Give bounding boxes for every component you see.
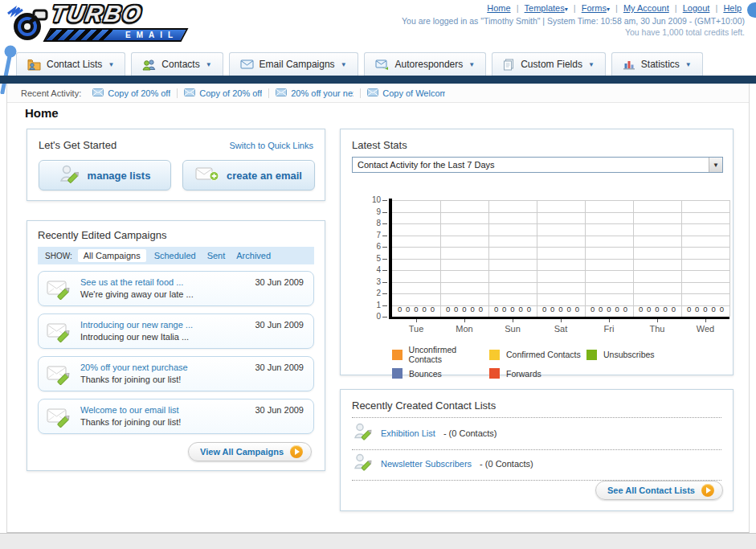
stats-period-select[interactable]: Contact Activity for the Last 7 Days ▼ [352,157,723,173]
campaign-date: 30 Jun 2009 [255,277,304,287]
campaign-title-link[interactable]: 20% off your next purchase [80,363,188,372]
tab-label: Contacts [161,59,199,70]
recent-activity-items: Copy of 20% off yoCopy of 20% off yo20% … [92,88,458,98]
chevron-down-icon: ▼ [108,61,114,68]
tab-email-campaigns[interactable]: Email Campaigns▼ [229,52,358,76]
contact-lists-panel: Recently Created Contact Lists Exhibitio… [340,389,734,511]
gridline [392,212,729,213]
header-link-logout[interactable]: Logout [683,3,710,13]
data-value-label: 0 [720,305,724,313]
gridline [392,270,729,271]
person-pencil-icon [353,453,373,475]
y-axis-tick-label: 7 [363,231,381,240]
header-link-templates[interactable]: Templates ▾ [525,3,568,13]
header-link-my-account[interactable]: My Account [623,3,669,13]
campaign-filterbar: SHOW: All CampaignsScheduledSentArchived [38,247,314,264]
campaign-title-link[interactable]: Introducing our new range ... [80,320,193,330]
campaign-item[interactable]: Introducing our new range ...Introducing… [38,313,314,349]
gridline [681,200,682,317]
show-label: SHOW: [45,252,72,260]
recent-activity-item[interactable]: 20% off your next p [276,88,361,98]
filter-scheduled[interactable]: Scheduled [154,251,196,260]
envelope-pencil-icon [47,407,72,431]
contact-list-item[interactable]: Newsletter Subscribers- (0 Contacts) [353,453,533,475]
tab-label: Email Campaigns [259,59,335,70]
data-value-labels: 00000 [683,304,728,313]
x-axis-label: Sat [537,324,585,334]
filter-archived[interactable]: Archived [236,251,271,260]
x-axis [389,317,729,319]
filter-sent[interactable]: Sent [207,251,226,260]
data-value-labels: 00000 [538,304,583,313]
manage-lists-button[interactable]: manage lists [39,160,171,191]
gridline [729,200,730,317]
tab-contact-lists[interactable]: Contact Lists▼ [16,52,125,76]
x-axis-tick [609,319,610,322]
data-value-label: 0 [454,305,458,313]
data-value-label: 0 [502,305,506,313]
gridline [392,247,729,248]
header-link-help[interactable]: Help [723,3,742,13]
contact-list-count: - (0 Contacts) [443,428,497,438]
campaign-item[interactable]: Welcome to our email listThanks for join… [38,399,314,434]
gridline [440,200,441,317]
gridline [585,200,586,317]
envelope-pencil-icon [47,322,72,346]
campaign-title-link[interactable]: See us at the retail food ... [80,277,183,287]
link-separator: | [713,3,720,13]
x-axis-label: Tue [392,324,440,334]
y-axis-tick-label: 2 [363,289,381,297]
tab-contacts[interactable]: Contacts▼ [131,52,223,76]
x-axis-tick [416,319,417,322]
latest-stats-title: Latest Stats [352,139,721,151]
switch-to-quick-links[interactable]: Switch to Quick Links [229,141,313,150]
view-all-campaigns-button[interactable]: View All Campaigns [188,442,312,461]
filter-all-campaigns[interactable]: All Campaigns [78,249,146,262]
campaign-subtitle: Introducing our new Italia ... [80,332,189,342]
data-value-label: 0 [423,305,427,313]
header-link-home[interactable]: Home [487,3,510,13]
y-axis-tick-label: 10 [363,195,381,204]
campaigns-panel: Recently Edited Campaigns SHOW: All Camp… [27,220,325,471]
person-pencil-icon [353,422,373,445]
x-axis-tick [561,319,562,322]
campaign-subtitle: Thanks for joining our list! [80,375,181,384]
recent-activity-item[interactable]: Copy of 20% off yo [184,88,269,98]
data-value-label: 0 [623,305,627,313]
see-all-contact-lists-button[interactable]: See All Contact Lists [595,481,723,500]
tab-custom-fields[interactable]: Custom Fields▼ [492,52,606,76]
data-value-labels: 00000 [394,304,439,313]
email-envelope-icon [240,59,254,69]
data-value-label: 0 [510,305,514,313]
campaign-title-link[interactable]: Welcome to our email list [80,405,179,415]
statistics-chart-icon [623,59,635,70]
y-axis-tick [382,259,387,260]
chevron-down-icon: ▼ [341,61,347,68]
tab-label: Contact Lists [47,59,102,70]
contact-list-item[interactable]: Exhibition List- (0 Contacts) [353,422,497,445]
tab-statistics[interactable]: Statistics▼ [611,52,703,76]
gridline [488,200,489,317]
envelope-icon [276,88,287,98]
contact-list-name-link[interactable]: Exhibition List [381,428,435,438]
get-started-buttons: manage listscreate an email [39,160,315,191]
header-link-forms[interactable]: Forms ▾ [582,3,610,13]
latest-stats-panel: Latest Stats Contact Activity for the La… [340,129,734,375]
see-all-contact-lists-label: See All Contact Lists [607,485,695,495]
y-axis-tick [382,270,387,271]
x-axis-tick [657,319,658,322]
create-an-email-button[interactable]: create an email [182,160,315,191]
campaign-subtitle: Thanks for joining our list! [80,417,181,427]
legend-item-unconfirmed-contacts: Unconfirmed Contacts [392,345,489,364]
contact-list-name-link[interactable]: Newsletter Subscribers [381,459,472,469]
header-links: Home | Templates ▾ | Forms ▾ | My Accoun… [402,3,745,13]
get-started-panel: Let's Get Started Switch to Quick Links … [27,129,325,201]
data-value-label: 0 [414,305,418,313]
recent-activity-item[interactable]: Copy of Welcome to [367,88,452,98]
campaign-item[interactable]: See us at the retail food ...We're givin… [38,271,314,306]
tab-autoresponders[interactable]: Autoresponders▼ [364,52,487,76]
campaign-item[interactable]: 20% off your next purchaseThanks for joi… [38,356,314,391]
data-value-label: 0 [703,305,707,313]
legend-item-bounces: Bounces [392,368,489,379]
recent-activity-item[interactable]: Copy of 20% off yo [92,88,178,98]
